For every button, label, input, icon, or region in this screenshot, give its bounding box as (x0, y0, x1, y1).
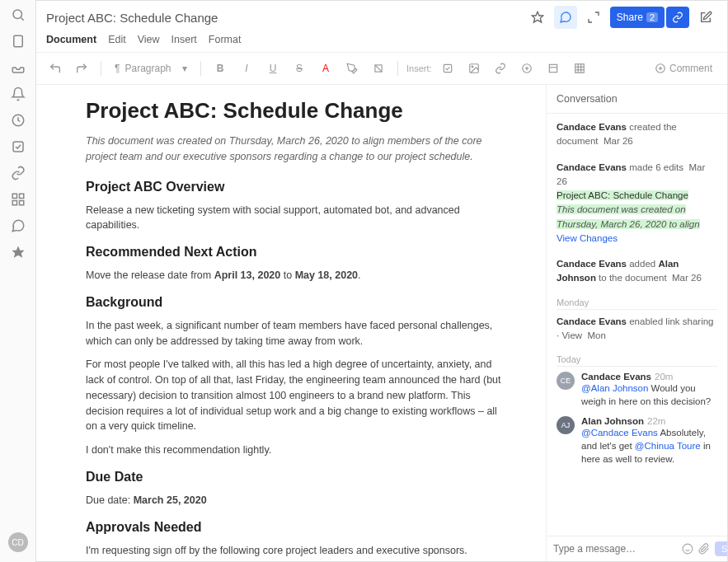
attach-icon[interactable] (698, 543, 710, 555)
paragraph-style-select[interactable]: ¶ Paragraph ▾ (110, 63, 192, 74)
svg-point-15 (472, 66, 473, 68)
svg-rect-4 (13, 142, 23, 152)
bold-button[interactable]: B (209, 58, 231, 79)
insert-image-button[interactable] (463, 58, 485, 79)
document-title: Project ABC: Schedule Change (46, 11, 526, 25)
svg-point-0 (13, 10, 22, 19)
add-comment-button[interactable]: Comment (655, 63, 712, 74)
clearformat-button[interactable] (368, 58, 389, 79)
strike-button[interactable]: S (289, 58, 310, 79)
mention[interactable]: @Chinua Toure (635, 441, 701, 451)
toolbar: ¶ Paragraph ▾ B I U S A Insert: Comment (36, 53, 727, 85)
svg-rect-8 (19, 201, 23, 205)
activity-item: Candace Evans enabled link sharing · Vie… (557, 315, 717, 344)
emoji-icon[interactable] (682, 543, 693, 555)
insert-table-button[interactable] (569, 58, 590, 79)
conversation-panel: Conversation Candace Evans created the d… (546, 85, 727, 561)
mention[interactable]: @Candace Evans (581, 428, 658, 438)
message-input-row: Send (547, 536, 727, 561)
background-p2: For most people I've talked with, all th… (86, 357, 506, 434)
bell-icon[interactable] (10, 86, 26, 102)
highlight-button[interactable] (341, 58, 363, 79)
svg-line-12 (375, 65, 382, 72)
svg-line-1 (21, 17, 23, 20)
user-avatar[interactable]: CD (8, 532, 28, 552)
day-separator: Today (557, 354, 717, 367)
approvals-text: I'm requesting sign off by the following… (86, 543, 506, 559)
share-button[interactable]: Share2 (610, 7, 665, 28)
message-row: AJ Alan Johnson22m @Candace Evans Absolu… (557, 416, 717, 466)
svg-rect-5 (12, 194, 16, 198)
insert-checkbox-button[interactable] (437, 58, 458, 79)
undo-button[interactable] (45, 58, 66, 79)
duedate-text: Due date: March 25, 2020 (86, 493, 506, 508)
italic-button[interactable]: I (236, 58, 257, 79)
message-input[interactable] (553, 543, 677, 555)
favorite-star-button[interactable] (526, 6, 549, 29)
expand-button[interactable] (582, 6, 605, 29)
share-count: 2 (646, 12, 658, 22)
nextaction-heading: Recommended Next Action (86, 245, 506, 260)
star-icon[interactable] (10, 244, 26, 260)
avatar: CE (557, 372, 575, 390)
svg-rect-13 (444, 64, 451, 72)
background-p1: In the past week, a significant number o… (86, 318, 506, 349)
textcolor-button[interactable]: A (315, 58, 336, 79)
document-body[interactable]: Project ABC: Schedule Change This docume… (36, 85, 546, 561)
background-p3: I don't make this recommendation lightly… (86, 443, 506, 458)
conversation-header: Conversation (547, 85, 727, 114)
approvals-heading: Approvals Needed (86, 520, 506, 535)
redo-button[interactable] (71, 58, 92, 79)
activity-item: Candace Evans made 6 edits Mar 26 Projec… (557, 161, 717, 246)
menu-insert[interactable]: Insert (171, 34, 197, 45)
chat-icon[interactable] (10, 218, 26, 234)
overview-text: Release a new ticketing system with soci… (86, 203, 506, 234)
send-button[interactable]: Send (715, 541, 727, 556)
svg-point-29 (683, 544, 693, 554)
left-navbar: CD (0, 0, 36, 562)
edit-button[interactable] (694, 6, 717, 29)
document-icon[interactable] (10, 33, 26, 49)
svg-rect-19 (549, 64, 557, 72)
conversation-toggle-button[interactable] (554, 6, 577, 29)
day-separator: Monday (557, 297, 717, 310)
doc-h1: Project ABC: Schedule Change (86, 98, 506, 124)
menu-format[interactable]: Format (209, 34, 242, 45)
svg-rect-21 (575, 64, 584, 73)
background-heading: Background (86, 295, 506, 310)
insert-label: Insert: (406, 63, 432, 73)
menu-view[interactable]: View (138, 34, 160, 45)
check-icon[interactable] (10, 138, 26, 155)
underline-button[interactable]: U (262, 58, 284, 79)
conversation-body: Candace Evans created the document Mar 2… (547, 114, 727, 536)
inbox-icon[interactable] (10, 59, 26, 76)
header: Project ABC: Schedule Change Share2 Docu… (36, 1, 727, 53)
message-row: CE Candace Evans20m @Alan Johnson Would … (557, 372, 717, 408)
svg-marker-10 (532, 12, 542, 22)
share-label: Share (617, 12, 643, 23)
insert-mention-button[interactable] (516, 58, 538, 79)
view-changes-link[interactable]: View Changes (557, 233, 618, 243)
overview-heading: Project ABC Overview (86, 180, 506, 194)
avatar: AJ (557, 416, 575, 434)
mention[interactable]: @Alan Johnson (581, 383, 648, 393)
grid-icon[interactable] (10, 191, 26, 208)
share-link-button[interactable] (666, 7, 689, 28)
duedate-heading: Due Date (86, 470, 506, 485)
svg-rect-7 (12, 201, 16, 205)
clock-icon[interactable] (10, 112, 26, 129)
insert-spreadsheet-button[interactable] (542, 58, 564, 79)
link-icon[interactable] (10, 165, 26, 181)
activity-item: Candace Evans created the document Mar 2… (557, 120, 717, 149)
nextaction-text: Move the release date from April 13, 202… (86, 268, 506, 283)
svg-rect-2 (13, 35, 22, 47)
main-pane: Project ABC: Schedule Change Share2 Docu… (36, 0, 728, 562)
menu-bar: Document Edit View Insert Format (46, 29, 717, 52)
search-icon[interactable] (10, 7, 26, 23)
insert-link-button[interactable] (490, 58, 511, 79)
svg-marker-9 (12, 246, 24, 258)
menu-edit[interactable]: Edit (108, 34, 126, 45)
activity-item: Candace Evans added Alan Johnson to the … (557, 257, 717, 286)
doc-intro: This document was created on Thursday, M… (86, 133, 506, 165)
menu-document[interactable]: Document (46, 34, 96, 45)
